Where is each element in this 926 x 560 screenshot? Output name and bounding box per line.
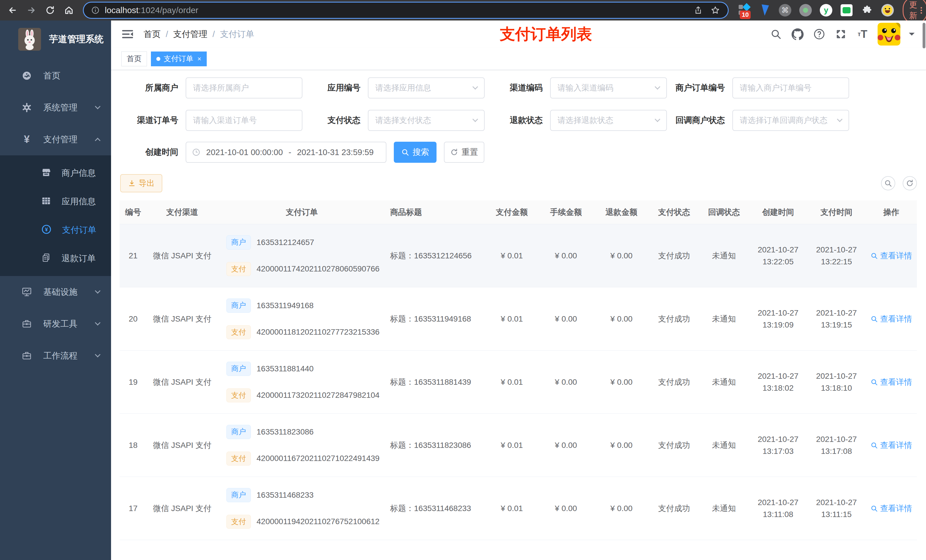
sidebar-item-label: 应用信息 [62, 196, 96, 207]
browser-forward-button[interactable] [25, 4, 38, 17]
record-extension-icon[interactable] [799, 4, 812, 17]
chevron-down-icon [837, 116, 843, 122]
active-tag-dot [156, 57, 160, 61]
tag-home[interactable]: 首页 [121, 51, 147, 66]
cell-fee-amount: ¥ 0.00 [538, 477, 594, 540]
merchant-order-no-input[interactable] [732, 77, 849, 98]
browser-home-button[interactable] [63, 4, 75, 17]
column-header: 创建时间 [749, 200, 807, 224]
column-header: 支付时间 [807, 200, 865, 224]
sidebar-item-infrastructure[interactable]: 基础设施 [0, 276, 111, 308]
cell-refund-amount: ¥ 0.00 [594, 287, 649, 350]
merchant-order-no: 1635312124657 [257, 238, 314, 247]
sidebar-item-merchant-info[interactable]: 商户信息 [0, 159, 111, 187]
sidebar-item-home[interactable]: 首页 [0, 60, 111, 92]
browser-back-button[interactable] [6, 4, 19, 17]
tag-close-icon[interactable]: × [197, 55, 201, 63]
sidebar-item-label: 支付管理 [43, 134, 77, 145]
cell-actions: 查看详情 [865, 224, 917, 287]
column-header: 支付状态 [649, 200, 699, 224]
page-scrollbar-thumb[interactable] [923, 23, 925, 48]
cell-pay-time [807, 540, 865, 560]
share-icon[interactable] [694, 6, 703, 15]
sidebar-item-payment[interactable]: ¥ 支付管理 [0, 124, 111, 155]
export-button[interactable]: 导出 [120, 174, 162, 192]
app-no-select[interactable]: 请选择应用信息 [368, 77, 485, 98]
font-size-button[interactable]: тT [856, 27, 869, 41]
column-header: 操作 [865, 200, 917, 224]
merchant-input[interactable] [186, 77, 303, 98]
forward-arrow-icon [26, 5, 36, 15]
view-detail-link[interactable]: 查看详情 [870, 440, 912, 451]
github-link[interactable] [791, 27, 804, 41]
help-button[interactable] [813, 27, 826, 41]
puzzle-extensions-icon[interactable] [861, 4, 874, 17]
sidebar-item-label: 首页 [43, 70, 61, 82]
channel-order-no-input[interactable] [186, 110, 303, 131]
site-info-icon[interactable] [91, 6, 100, 15]
tags-view-bar: 首页 支付订单 × [111, 48, 926, 70]
update-label: 更新 [909, 0, 917, 21]
document-copy-icon [41, 253, 51, 264]
command-extension-icon[interactable]: ⌘ [779, 4, 791, 17]
emoji-extension-icon[interactable] [881, 4, 894, 17]
toggle-search-button[interactable] [881, 176, 895, 190]
sidebar-item-app-info[interactable]: 应用信息 [0, 187, 111, 216]
refund-status-select[interactable]: 请选择退款状态 [550, 110, 667, 131]
chat-extension-icon[interactable] [840, 4, 853, 17]
view-detail-link[interactable]: 查看详情 [870, 251, 912, 261]
view-detail-link[interactable]: 查看详情 [870, 377, 912, 388]
address-bar[interactable]: localhost:1024/pay/order [84, 3, 728, 18]
breadcrumb-home[interactable]: 首页 [144, 29, 160, 40]
callback-status-select[interactable]: 请选择订单回调商户状态 [732, 110, 849, 131]
pay-tag: 支付 [226, 388, 251, 402]
page-annotation-title: 支付订单列表 [500, 24, 592, 45]
app-logo-row[interactable]: 芋道管理系统 [0, 21, 111, 58]
cell-notify-status [699, 540, 749, 560]
sidebar-item-system[interactable]: 系统管理 [0, 92, 111, 124]
table-header-row: 编号支付渠道支付订单商品标题支付金额手续金额退款金额支付状态回调状态创建时间支付… [120, 200, 917, 224]
column-header: 手续金额 [538, 200, 594, 224]
merchant-order-no: 1635311949168 [257, 301, 313, 310]
create-time-range-picker[interactable]: 2021-10-01 00:00:00 - 2021-10-31 23:59:5… [186, 142, 386, 163]
channel-code-select[interactable]: 请输入渠道编码 [550, 77, 667, 98]
fullscreen-button[interactable] [834, 27, 847, 41]
extensions-strip: 10 ⌘ y [737, 4, 894, 17]
search-button[interactable]: 搜索 [394, 142, 437, 163]
avatar-dropdown-caret[interactable] [909, 33, 915, 38]
monitor-chart-icon [21, 287, 33, 297]
tag-pay-order[interactable]: 支付订单 × [151, 51, 207, 66]
sidebar-item-devtools[interactable]: 研发工具 [0, 308, 111, 340]
filter-label-channel-order-no: 渠道订单号 [120, 115, 186, 126]
view-detail-link[interactable]: 查看详情 [870, 503, 912, 514]
column-header: 商品标题 [377, 200, 486, 224]
breadcrumb-current: 支付订单 [220, 29, 254, 40]
browser-reload-button[interactable] [44, 4, 56, 17]
sidebar-item-refund-order[interactable]: 退款订单 [0, 244, 111, 273]
bookmark-star-icon[interactable] [711, 6, 720, 15]
breadcrumb-payment[interactable]: 支付管理 [173, 29, 207, 40]
diamond-grid-extension-icon[interactable]: 10 [737, 4, 750, 17]
cell-create-time: 2021-10-2713:11:08 [749, 477, 807, 540]
reset-button[interactable]: 重置 [444, 142, 484, 163]
sidebar-collapse-button[interactable] [121, 28, 134, 41]
cell-notify-status: 未通知 [699, 414, 749, 477]
cell-pay-amount [486, 540, 538, 560]
url-text: localhost:1024/pay/order [105, 5, 198, 15]
sidebar-item-workflow[interactable]: 工作流程 [0, 340, 111, 371]
back-arrow-icon [8, 5, 17, 15]
cell-pay-order: 商户 1635311881440 支付 42000011732021102728… [218, 350, 377, 414]
header-search-button[interactable] [769, 27, 782, 41]
user-avatar[interactable] [878, 23, 900, 45]
cell-notify-status: 未通知 [699, 477, 749, 540]
pay-status-select[interactable]: 请选择支付状态 [368, 110, 485, 131]
chevron-down-icon [655, 116, 660, 122]
cell-fee-amount [538, 540, 594, 560]
sidebar-item-pay-order[interactable]: ¥ 支付订单 [0, 216, 111, 244]
refresh-icon [450, 148, 458, 156]
refresh-table-button[interactable] [903, 176, 917, 190]
letter-y-extension-icon[interactable]: y [820, 4, 832, 17]
sidebar-item-label: 系统管理 [43, 102, 77, 113]
kite-extension-icon[interactable] [758, 4, 771, 17]
view-detail-link[interactable]: 查看详情 [870, 314, 912, 325]
